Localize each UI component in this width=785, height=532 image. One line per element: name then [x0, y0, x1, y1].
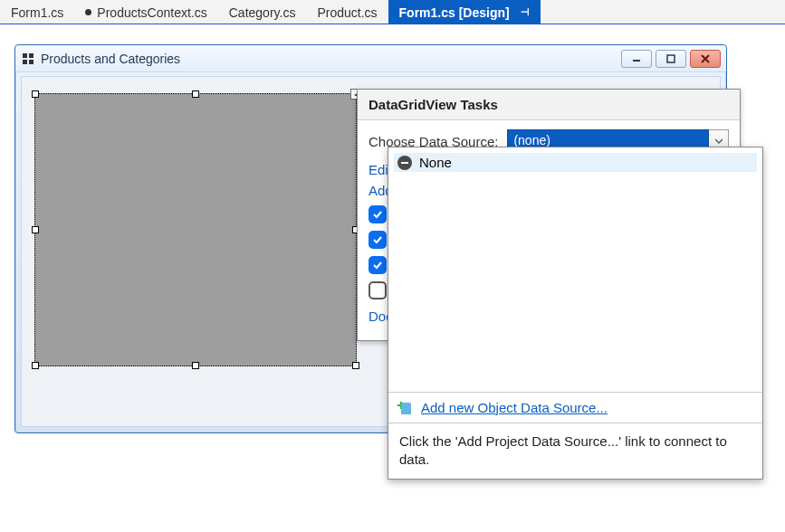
resize-handle[interactable] [32, 226, 39, 233]
check-icon [372, 260, 383, 271]
form-titlebar: Products and Categories [15, 45, 726, 72]
enable-deleting-checkbox[interactable] [369, 256, 387, 274]
enable-column-reordering-checkbox[interactable] [369, 281, 387, 299]
tab-label: Form1.cs [Design] [399, 5, 510, 20]
tasks-panel-title: DataGridView Tasks [358, 90, 740, 120]
unsaved-indicator-icon [85, 9, 91, 15]
minimize-button[interactable] [621, 50, 652, 68]
close-icon [700, 54, 711, 63]
none-icon [397, 156, 412, 170]
tab-form1-cs[interactable]: Form1.cs [0, 0, 74, 24]
add-object-data-source-link[interactable]: Add new Object Data Source... [421, 400, 608, 415]
data-source-hint: Click the 'Add Project Data Source...' l… [388, 423, 762, 479]
close-button[interactable] [690, 50, 721, 68]
resize-handle[interactable] [192, 362, 199, 369]
pin-icon[interactable]: ⊣ [521, 6, 530, 18]
data-source-option-none[interactable]: None [394, 153, 757, 172]
tab-productscontext-cs[interactable]: ProductsContext.cs [74, 0, 217, 24]
add-datasource-icon [397, 402, 414, 414]
data-source-list[interactable]: None [388, 147, 762, 392]
chevron-down-icon [714, 138, 723, 144]
data-source-option-label: None [419, 155, 452, 170]
enable-editing-checkbox[interactable] [369, 231, 387, 249]
add-data-source-row[interactable]: Add new Object Data Source... [388, 392, 762, 423]
resize-handle[interactable] [192, 90, 199, 98]
form-title: Products and Categories [41, 52, 180, 66]
tab-label: Product.cs [317, 5, 377, 20]
maximize-button[interactable] [656, 50, 686, 68]
tab-label: ProductsContext.cs [97, 5, 206, 20]
maximize-icon [665, 54, 676, 63]
minimize-icon [631, 54, 642, 63]
svg-rect-1 [667, 55, 675, 62]
tab-category-cs[interactable]: Category.cs [218, 0, 307, 24]
tab-form1-design[interactable]: Form1.cs [Design] ⊣ [388, 0, 541, 24]
data-source-dropdown-panel: None Add new Object Data Source... Click… [388, 147, 763, 480]
enable-adding-checkbox[interactable] [369, 205, 387, 223]
tab-label: Form1.cs [11, 5, 63, 20]
check-icon [372, 209, 383, 220]
tab-product-cs[interactable]: Product.cs [306, 0, 388, 24]
resize-handle[interactable] [32, 362, 39, 369]
resize-handle[interactable] [32, 90, 39, 98]
resize-handle[interactable] [352, 362, 359, 369]
form-icon [23, 53, 34, 64]
check-icon [372, 234, 383, 245]
tab-label: Category.cs [229, 5, 296, 20]
svg-rect-0 [633, 60, 640, 62]
datagridview-control[interactable]: ◂ [34, 93, 357, 366]
document-tab-strip: Form1.cs ProductsContext.cs Category.cs … [0, 0, 785, 24]
